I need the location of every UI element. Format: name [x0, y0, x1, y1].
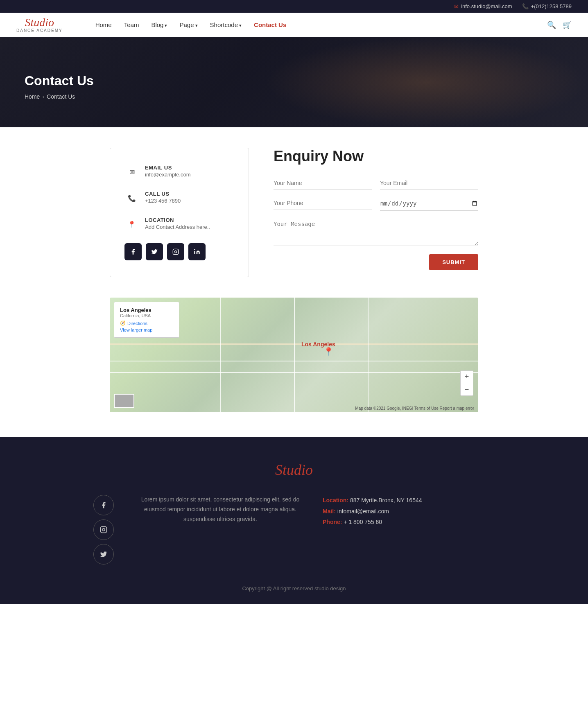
footer-social	[93, 495, 118, 564]
mail-icon	[454, 3, 459, 9]
nav-shortcode[interactable]: Shortcode	[210, 21, 242, 28]
twitter-button[interactable]	[146, 243, 163, 260]
footer-logo-part1: Stu	[275, 462, 294, 478]
breadcrumb-separator: ›	[42, 93, 44, 100]
location-info: 📍 LOCATION Add Contact Address here..	[124, 217, 234, 232]
call-label: CALL US	[145, 191, 181, 197]
footer-bottom: Copyright @ All right reserved studio de…	[16, 577, 572, 592]
footer-logo-wrap: Studio	[16, 461, 572, 479]
search-icon[interactable]: 🔍	[547, 20, 556, 29]
svg-point-2	[194, 249, 195, 250]
phone-icon: 📞	[124, 191, 139, 205]
footer-contact-info: Location: 887 Myrtle.Bronx, NY 16544 Mai…	[323, 495, 495, 528]
hero-title: Contact Us	[25, 73, 563, 88]
phone-label: Phone:	[323, 519, 342, 525]
linkedin-button[interactable]	[188, 243, 206, 260]
email-icon: ✉	[124, 165, 139, 179]
location-label: Location:	[323, 497, 348, 504]
instagram-button[interactable]	[167, 243, 184, 260]
email-text: EMAIL US info@example.com	[145, 165, 190, 178]
footer-twitter-btn[interactable]	[93, 544, 114, 564]
map-section: Los Angeles 📍 Los Angeles California, US…	[93, 298, 495, 412]
navbar: Studio Dance Academy Home Team Blog Page…	[0, 13, 588, 37]
zoom-out-button[interactable]: −	[461, 383, 473, 395]
map-container: Los Angeles 📍 Los Angeles California, US…	[110, 298, 478, 412]
nav-page[interactable]: Page	[179, 21, 197, 28]
map-info-box: Los Angeles California, USA 🧭 Directions…	[114, 302, 179, 338]
phone-input[interactable]	[274, 196, 372, 210]
submit-button[interactable]: SUBMIT	[429, 254, 478, 270]
footer-main: Lorem ipsum dolor sit amet, consectetur …	[93, 495, 495, 564]
name-input[interactable]	[274, 176, 372, 190]
hero-banner: Contact Us Home › Contact Us	[0, 37, 588, 127]
map-zoom-controls: + −	[460, 370, 473, 396]
message-input[interactable]	[274, 217, 478, 246]
main-content: ✉ EMAIL US info@example.com 📞 CALL US +1…	[93, 148, 495, 277]
social-icons	[124, 243, 234, 260]
nav-contact[interactable]: Contact Us	[254, 21, 286, 28]
map-thumbnail	[114, 394, 134, 408]
facebook-button[interactable]	[124, 243, 142, 260]
svg-rect-0	[173, 249, 178, 254]
mail-value: infomail@email.com	[337, 508, 389, 515]
location-text: LOCATION Add Contact Address here..	[145, 217, 210, 230]
footer-logo-part2: dio	[294, 462, 313, 478]
submit-row: SUBMIT	[274, 254, 478, 270]
nav-icons: 🔍 🛒	[547, 20, 572, 29]
call-value: +123 456 7890	[145, 198, 181, 204]
topbar-email-link[interactable]: info.studio@mail.com	[454, 3, 512, 9]
contact-card: ✉ EMAIL US info@example.com 📞 CALL US +1…	[110, 148, 249, 277]
nav-links: Home Team Blog Page Shortcode Contact Us	[95, 21, 547, 28]
date-field	[380, 196, 478, 211]
map-state: California, USA	[120, 313, 173, 318]
email-input[interactable]	[380, 176, 478, 190]
message-field	[274, 217, 478, 246]
cart-icon[interactable]: 🛒	[563, 20, 572, 29]
breadcrumb-home[interactable]: Home	[25, 93, 40, 100]
enquiry-section: Enquiry Now SUBMIT	[274, 148, 478, 270]
date-input[interactable]	[380, 196, 478, 211]
view-larger-map[interactable]: View larger map	[120, 327, 173, 332]
nav-home[interactable]: Home	[95, 21, 112, 28]
location-value: 887 Myrtle.Bronx, NY 16544	[350, 497, 422, 504]
top-bar: info.studio@mail.com +(012)1258 5789	[0, 0, 588, 13]
email-field	[380, 176, 478, 190]
breadcrumb: Home › Contact Us	[25, 93, 563, 100]
location-icon: 📍	[124, 217, 139, 232]
name-field	[274, 176, 372, 190]
map-pin: 📍	[323, 347, 334, 357]
logo[interactable]: Studio Dance Academy	[16, 17, 63, 33]
location-value: Add Contact Address here..	[145, 224, 210, 230]
footer-location: Location: 887 Myrtle.Bronx, NY 16544	[323, 495, 495, 506]
svg-rect-3	[101, 527, 107, 533]
phone-field	[274, 196, 372, 211]
email-value: info@example.com	[145, 172, 190, 178]
zoom-in-button[interactable]: +	[461, 371, 473, 383]
directions-icon: 🧭	[120, 321, 126, 326]
nav-blog[interactable]: Blog	[151, 21, 167, 28]
footer-phone: Phone: + 1 800 755 60	[323, 517, 495, 528]
nav-team[interactable]: Team	[124, 21, 139, 28]
map-footer: Map data ©2021 Google, INEGI Terms of Us…	[355, 406, 474, 411]
topbar-phone: +(012)1258 5789	[531, 3, 572, 9]
map-directions[interactable]: 🧭 Directions	[120, 321, 173, 326]
footer: Studio Lorem ipsum dolor sit amet, conse…	[0, 437, 588, 604]
breadcrumb-current: Contact Us	[47, 93, 75, 100]
footer-description: Lorem ipsum dolor sit amet, consectetur …	[134, 495, 306, 524]
footer-logo: Studio	[275, 461, 313, 479]
logo-part2: dio	[39, 16, 54, 29]
map-city: Los Angeles	[120, 307, 152, 313]
directions-label: Directions	[127, 321, 147, 326]
enquiry-title: Enquiry Now	[274, 148, 478, 165]
footer-facebook-btn[interactable]	[93, 495, 114, 515]
logo-text: Studio	[25, 17, 54, 28]
logo-part1: Stu	[25, 16, 40, 29]
form-row-2	[274, 196, 478, 211]
footer-instagram-btn[interactable]	[93, 519, 114, 540]
mail-label: Mail:	[323, 508, 336, 515]
topbar-phone-link[interactable]: +(012)1258 5789	[522, 3, 572, 9]
footer-mail: Mail: infomail@email.com	[323, 506, 495, 517]
logo-subtitle: Dance Academy	[16, 28, 63, 33]
copyright-text: Copyright @ All right reserved studio de…	[242, 585, 346, 592]
email-info: ✉ EMAIL US info@example.com	[124, 165, 234, 179]
